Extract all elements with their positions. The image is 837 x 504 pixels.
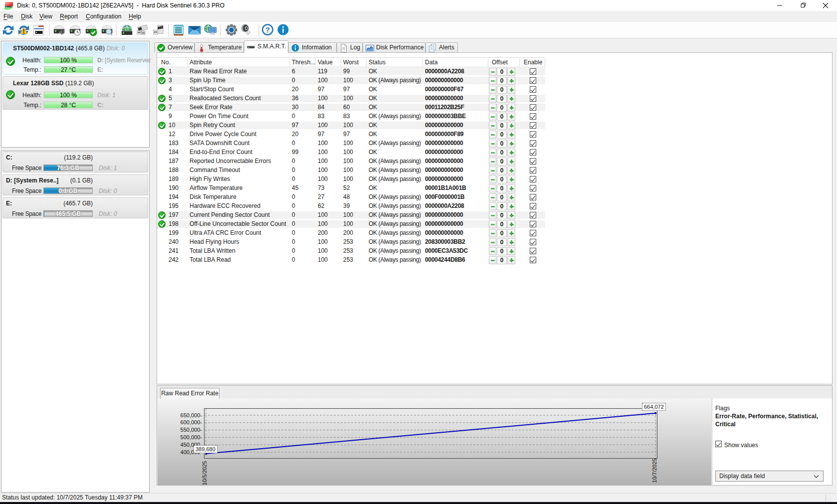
svg-text:?: ? <box>265 25 270 34</box>
